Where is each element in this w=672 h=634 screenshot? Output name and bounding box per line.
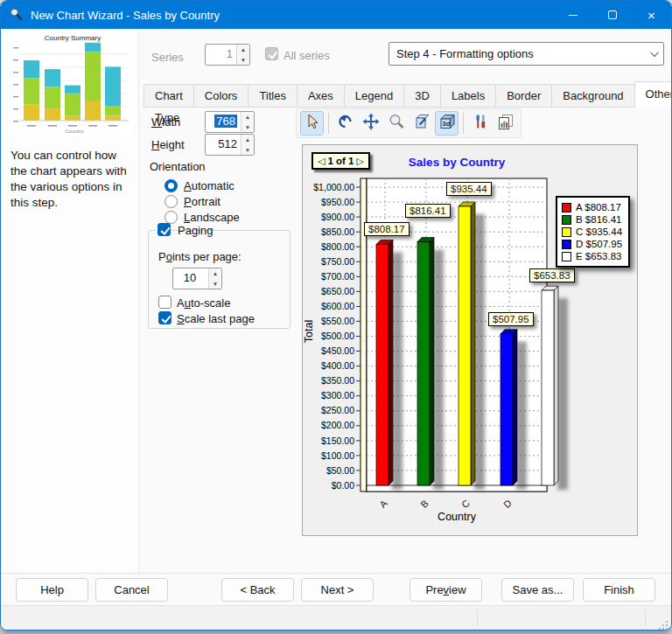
width-label: Width: [151, 115, 180, 129]
minimize-button[interactable]: [553, 1, 592, 29]
points-spinner-buttons[interactable]: ▲▼: [208, 268, 221, 289]
spin-up-icon[interactable]: ▲: [242, 135, 254, 145]
all-series-label: All series: [284, 49, 330, 62]
depth-tool-button[interactable]: [410, 111, 433, 136]
finish-button[interactable]: Finish: [583, 578, 655, 602]
tab-chart-type[interactable]: Chart Type: [144, 84, 194, 108]
wizard-step-select[interactable]: Step 4 - Formatting options: [388, 42, 664, 66]
tab-background[interactable]: Background: [551, 84, 634, 108]
svg-text:$250.00: $250.00: [321, 405, 354, 415]
height-spinner-buttons[interactable]: ▲▼: [241, 135, 254, 155]
tab-labels[interactable]: Labels: [440, 84, 496, 108]
spin-down-icon[interactable]: ▼: [237, 55, 249, 66]
radio-automatic[interactable]: [164, 179, 178, 192]
legend-swatch-icon: [562, 240, 571, 249]
tools-tool-button[interactable]: [468, 111, 492, 136]
chart-toolbar: 3d: [296, 108, 522, 138]
spin-down-icon[interactable]: ▼: [242, 145, 254, 156]
zoom-icon: [388, 113, 405, 134]
svg-text:Country: Country: [438, 511, 477, 523]
tab-legend[interactable]: Legend: [344, 84, 404, 108]
paging-checkbox[interactable]: [158, 223, 171, 236]
auto-scale-label: Auto-scale: [177, 296, 230, 310]
rotate-tool-button[interactable]: [333, 111, 357, 136]
preview-button[interactable]: Preview: [410, 578, 482, 602]
window-title: New Chart Wizard - Sales by Country: [31, 9, 553, 22]
next-button[interactable]: Next >: [301, 578, 374, 602]
svg-text:$550.00: $550.00: [321, 316, 354, 326]
spin-down-icon[interactable]: ▼: [209, 279, 221, 289]
chart-panel: $0.00$50.00$100.00$150.00$200.00$250.00$…: [302, 144, 638, 536]
width-spinner-buttons[interactable]: ▲▼: [241, 112, 254, 132]
close-button[interactable]: ×: [632, 1, 671, 29]
series-spinner-buttons[interactable]: ▲▼: [236, 45, 249, 65]
page-next-icon[interactable]: ▷: [357, 156, 364, 167]
toolbar-separator: [328, 113, 329, 134]
svg-text:$50.00: $50.00: [326, 465, 354, 476]
status-separator: [477, 610, 478, 626]
maximize-icon: [608, 10, 617, 19]
tab-3d[interactable]: 3D: [403, 84, 441, 108]
height-spinner[interactable]: 512 ▲▼: [205, 134, 255, 156]
legend-entry: A $808.17: [562, 201, 622, 213]
depth-icon: [413, 113, 430, 134]
chart-preview-thumbnail: Country SummaryCountry: [8, 32, 134, 139]
svg-text:$350.00: $350.00: [321, 375, 354, 386]
value-label: $816.41: [405, 204, 451, 218]
svg-text:$100.00: $100.00: [321, 450, 354, 461]
status-bar: [1, 605, 671, 630]
series-spinner[interactable]: 1 ▲▼: [205, 44, 250, 66]
svg-text:$150.00: $150.00: [321, 435, 354, 446]
spin-down-icon[interactable]: ▼: [242, 122, 254, 133]
back-button[interactable]: < Back: [221, 578, 294, 602]
tab-axes[interactable]: Axes: [297, 84, 345, 108]
svg-text:Country: Country: [65, 129, 83, 134]
svg-text:$700.00: $700.00: [321, 271, 354, 282]
spin-up-icon[interactable]: ▲: [242, 112, 254, 122]
tab-colors[interactable]: Colors: [193, 84, 249, 108]
svg-text:$950.00: $950.00: [321, 197, 354, 207]
scale-last-page-checkbox[interactable]: [158, 311, 172, 324]
tab-titles[interactable]: Titles: [248, 84, 298, 108]
points-per-page-label: Points per page:: [158, 250, 242, 263]
chevron-down-icon: [642, 51, 663, 57]
resize-grip-icon[interactable]: [659, 617, 668, 626]
spin-up-icon[interactable]: ▲: [237, 45, 249, 55]
value-label: $808.17: [364, 222, 410, 236]
svg-text:$650.00: $650.00: [321, 286, 354, 296]
chart-pages-icon: [497, 113, 514, 134]
cube-3d-tool-button[interactable]: 3d: [435, 111, 458, 136]
page-prev-icon[interactable]: ◁: [318, 156, 325, 167]
save-as-button[interactable]: Save as...: [501, 578, 574, 602]
auto-scale-checkbox[interactable]: [158, 296, 172, 309]
all-series-checkbox[interactable]: [265, 47, 278, 60]
move-tool-button[interactable]: [359, 111, 382, 136]
radio-landscape[interactable]: [164, 211, 178, 224]
radio-portrait[interactable]: [164, 195, 178, 208]
svg-text:$800.00: $800.00: [321, 241, 354, 252]
step-description: You can control how the chart appears wi…: [10, 148, 130, 211]
spin-up-icon[interactable]: ▲: [209, 268, 221, 279]
page-navigator[interactable]: ◁ 1 of 1 ▷: [312, 152, 370, 170]
height-value: 512: [206, 135, 241, 155]
legend-swatch-icon: [562, 252, 571, 261]
cancel-button[interactable]: Cancel: [95, 578, 168, 602]
points-per-page-spinner[interactable]: 10 ▲▼: [172, 268, 222, 289]
zoom-tool-button[interactable]: [384, 111, 408, 136]
close-icon: ×: [648, 9, 655, 22]
chart-legend: A $808.17B $816.41C $935.44D $507.95E $6…: [556, 196, 630, 268]
help-button[interactable]: Help: [16, 578, 88, 602]
tab-other[interactable]: Other: [634, 81, 672, 108]
pointer-icon: [304, 113, 321, 134]
chart-title: Sales by Country: [367, 156, 547, 169]
width-spinner[interactable]: 768 ▲▼: [205, 111, 255, 133]
chart-pages-tool-button[interactable]: [494, 111, 517, 136]
pointer-tool-button[interactable]: [300, 111, 324, 136]
legend-entry: B $816.41: [562, 213, 622, 226]
wizard-wand-icon: [10, 8, 24, 22]
legend-swatch-icon: [562, 203, 571, 212]
maximize-button[interactable]: [592, 1, 632, 29]
tools-icon: [472, 113, 489, 134]
series-label: Series: [151, 51, 184, 64]
tab-border[interactable]: Border: [495, 84, 552, 108]
